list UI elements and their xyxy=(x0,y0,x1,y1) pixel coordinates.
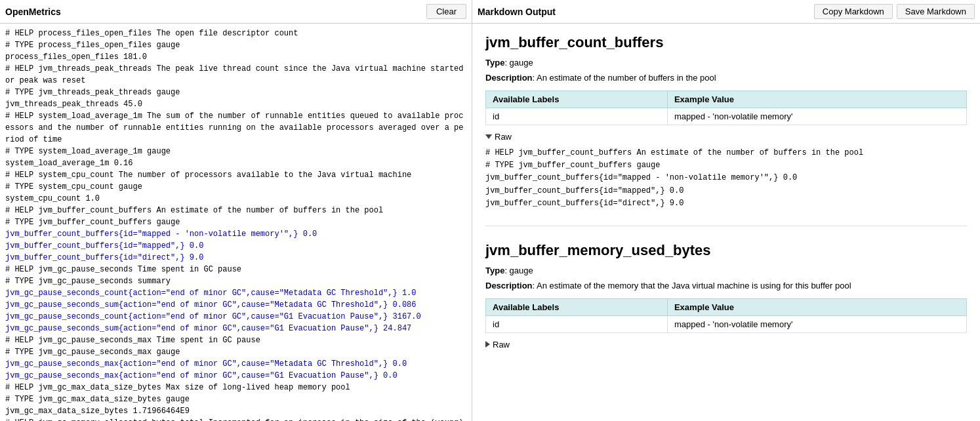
table-row: idmapped - 'non-volatile memory' xyxy=(486,315,967,332)
table-header: Example Value xyxy=(667,91,966,108)
table-header: Available Labels xyxy=(486,91,668,108)
table-row: idmapped - 'non-volatile memory' xyxy=(486,108,967,125)
table-header: Example Value xyxy=(667,298,966,315)
left-panel: OpenMetrics Clear # HELP process_files_o… xyxy=(0,0,472,421)
metric-block-0: jvm_buffer_count_buffersType: gaugeDescr… xyxy=(485,34,967,226)
table-cell-value: mapped - 'non-volatile memory' xyxy=(667,315,966,332)
metric-type-row-0: Type: gauge xyxy=(485,58,967,68)
openmetrics-content[interactable]: # HELP process_files_open_files The open… xyxy=(0,24,472,421)
raw-content-0: # HELP jvm_buffer_count_buffers An estim… xyxy=(485,147,967,210)
metric-name-0: jvm_buffer_count_buffers xyxy=(485,34,967,51)
left-header: OpenMetrics Clear xyxy=(0,0,472,24)
right-header: Markdown Output Copy Markdown Save Markd… xyxy=(472,0,980,24)
copy-markdown-button[interactable]: Copy Markdown xyxy=(814,4,893,19)
raw-toggle-0[interactable]: Raw xyxy=(485,132,967,142)
chevron-right-icon xyxy=(485,341,490,348)
raw-toggle-1[interactable]: Raw xyxy=(485,340,967,350)
metric-desc-row-1: Description: An estimate of the memory t… xyxy=(485,281,967,291)
labels-table-1: Available LabelsExample Valueidmapped - … xyxy=(485,298,967,333)
right-title: Markdown Output xyxy=(478,7,556,17)
save-markdown-button[interactable]: Save Markdown xyxy=(897,4,975,19)
clear-button[interactable]: Clear xyxy=(426,4,466,19)
right-header-buttons: Copy Markdown Save Markdown xyxy=(814,4,975,19)
metric-type-row-1: Type: gauge xyxy=(485,266,967,275)
table-cell-label: id xyxy=(486,108,668,125)
labels-table-0: Available LabelsExample Valueidmapped - … xyxy=(485,90,967,125)
table-cell-label: id xyxy=(486,315,668,332)
metric-block-1: jvm_buffer_memory_used_bytesType: gaugeD… xyxy=(485,242,967,365)
raw-label: Raw xyxy=(495,132,512,142)
raw-label: Raw xyxy=(493,340,510,350)
metric-name-1: jvm_buffer_memory_used_bytes xyxy=(485,242,967,259)
metric-desc-row-0: Description: An estimate of the number o… xyxy=(485,73,967,83)
table-header: Available Labels xyxy=(486,298,668,315)
markdown-output-content[interactable]: jvm_buffer_count_buffersType: gaugeDescr… xyxy=(472,24,980,421)
chevron-down-icon xyxy=(485,134,492,139)
right-panel: Markdown Output Copy Markdown Save Markd… xyxy=(472,0,980,421)
table-cell-value: mapped - 'non-volatile memory' xyxy=(667,108,966,125)
left-title: OpenMetrics xyxy=(5,7,61,17)
